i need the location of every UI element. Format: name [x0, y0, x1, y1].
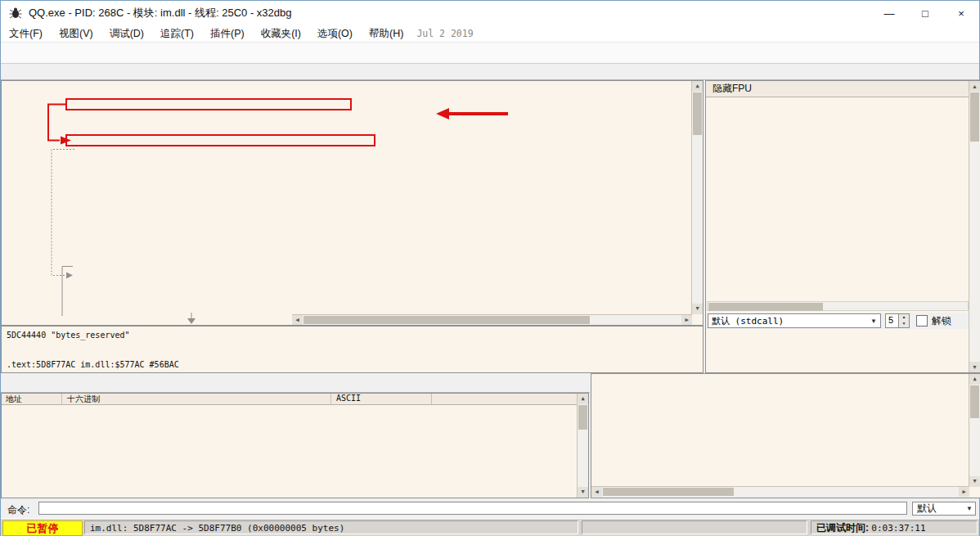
unlock-label: 解锁 [932, 314, 951, 328]
stack-vertical-scrollbar[interactable]: ▲ ▼ [969, 374, 980, 487]
scroll-up-icon[interactable]: ▲ [692, 81, 703, 92]
info-line-string: 5DC44440 "bytes_reserved" [7, 331, 130, 340]
command-label: 命令: [7, 503, 29, 517]
menu-debug[interactable]: 调试(D) [101, 25, 152, 42]
disassembly-panel[interactable]: ▲ ▼ ◀ ▶ [1, 80, 704, 326]
stack-panel[interactable]: ▲ ▼ ◀ ▶ [591, 373, 980, 498]
stack-horizontal-scrollbar[interactable]: ◀ ▶ [591, 486, 969, 498]
scroll-right-icon[interactable]: ▶ [681, 315, 692, 325]
scroll-left-icon[interactable]: ◀ [591, 487, 602, 497]
dump-column-ascii: ASCII [331, 394, 432, 404]
hide-fpu-button[interactable]: 隐藏FPU [706, 81, 980, 97]
scroll-down-icon[interactable]: ▼ [578, 487, 588, 498]
minimize-button[interactable]: — [871, 1, 907, 25]
scroll-up-icon[interactable]: ▲ [969, 81, 980, 92]
calling-convention-value: 默认 (stdcall) [708, 315, 867, 327]
registers-panel: 隐藏FPU 默认 (stdcall) ▼ 5 ▲▼ 解锁 ▲ ▼ [705, 80, 980, 373]
calling-convention-row: 默认 (stdcall) ▼ 5 ▲▼ 解锁 [706, 313, 969, 329]
menu-plugins[interactable]: 插件(P) [202, 25, 253, 42]
menu-items: 文件(F)视图(V)调试(D)追踪(T)插件(P)收藏夹(I)选项(O)帮助(H… [1, 25, 411, 42]
close-button[interactable]: × [943, 1, 979, 25]
dump-column-address: 地址 [2, 394, 62, 404]
debug-time-label: 已调试时间: [816, 522, 869, 534]
chevron-down-icon: ▼ [867, 318, 880, 325]
registers-horizontal-scrollbar[interactable] [707, 301, 969, 311]
disasm-vertical-scrollbar[interactable]: ▲ ▼ [691, 81, 703, 314]
title-bar[interactable]: QQ.exe - PID: 268C - 模块: im.dll - 线程: 25… [1, 1, 979, 25]
command-mode-select[interactable]: 默认 ▼ [912, 502, 976, 516]
build-date: Jul 2 2019 [416, 28, 473, 39]
scroll-right-icon[interactable]: ▶ [959, 487, 969, 497]
menu-file[interactable]: 文件(F) [1, 25, 51, 42]
dump-vertical-scrollbar[interactable]: ▲ ▼ [577, 394, 588, 498]
command-mode-value: 默认 [913, 502, 964, 516]
call-arguments-list[interactable] [706, 329, 969, 372]
info-line-address: .text:5D8F77AC im.dll:$577AC #56BAC [7, 360, 179, 369]
disasm-horizontal-scrollbar[interactable]: ◀ ▶ [292, 314, 692, 325]
scroll-down-icon[interactable]: ▼ [969, 362, 980, 372]
status-badge: 已暂停 [2, 520, 83, 536]
bottom-tabs [1, 373, 590, 393]
x32dbg-bug-icon [9, 7, 22, 19]
info-box: 5DC44440 "bytes_reserved" .text:5D8F77AC… [1, 326, 704, 373]
registers-vertical-scrollbar[interactable]: ▲ ▼ [969, 81, 980, 372]
window-controls: —□× [871, 1, 979, 25]
dump-column-hex: 十六进制 [62, 394, 331, 404]
status-spacer [582, 520, 807, 534]
menu-bar: 文件(F)视图(V)调试(D)追踪(T)插件(P)收藏夹(I)选项(O)帮助(H… [1, 25, 979, 42]
command-input[interactable] [38, 502, 907, 515]
spin-down-icon[interactable]: ▼ [899, 321, 909, 327]
menu-options[interactable]: 选项(O) [309, 25, 361, 42]
x32dbg-window: QQ.exe - PID: 268C - 模块: im.dll - 线程: 25… [0, 0, 980, 536]
argument-count-stepper[interactable]: 5 ▲▼ [885, 313, 910, 328]
maximize-button[interactable]: □ [907, 1, 943, 25]
scroll-left-icon[interactable]: ◀ [292, 315, 303, 325]
argument-count-value: 5 [888, 315, 893, 325]
unlock-checkbox[interactable] [916, 315, 928, 327]
dump-header: 地址 十六进制 ASCII [2, 394, 578, 405]
scroll-up-icon[interactable]: ▲ [969, 374, 980, 385]
menu-trace[interactable]: 追踪(T) [152, 25, 202, 42]
scroll-down-icon[interactable]: ▼ [692, 304, 703, 314]
chevron-down-icon: ▼ [964, 505, 975, 512]
scroll-down-icon[interactable]: ▼ [969, 476, 980, 487]
window-title: QQ.exe - PID: 268C - 模块: im.dll - 线程: 25… [29, 6, 292, 20]
scroll-up-icon[interactable]: ▲ [578, 394, 588, 404]
toolbar [1, 42, 979, 64]
command-bar: 命令: 默认 ▼ [1, 500, 979, 518]
memory-dump-panel[interactable]: 地址 十六进制 ASCII ▲ ▼ [1, 393, 589, 498]
status-message: im.dll: 5D8F77AC -> 5D8F77B0 (0x00000005… [84, 520, 578, 534]
menu-help[interactable]: 帮助(H) [361, 25, 411, 42]
view-tabs [1, 64, 979, 80]
debug-time-value: 0:03:37:11 [871, 523, 925, 534]
debug-time: 已调试时间: 0:03:37:11 [811, 520, 978, 534]
menu-view[interactable]: 视图(V) [51, 25, 101, 42]
menu-favourites[interactable]: 收藏夹(I) [253, 25, 309, 42]
calling-convention-select[interactable]: 默认 (stdcall) ▼ [708, 313, 881, 328]
status-bar: 已暂停 im.dll: 5D8F77AC -> 5D8F77B0 (0x0000… [1, 518, 979, 536]
spin-up-icon[interactable]: ▲ [899, 314, 909, 321]
